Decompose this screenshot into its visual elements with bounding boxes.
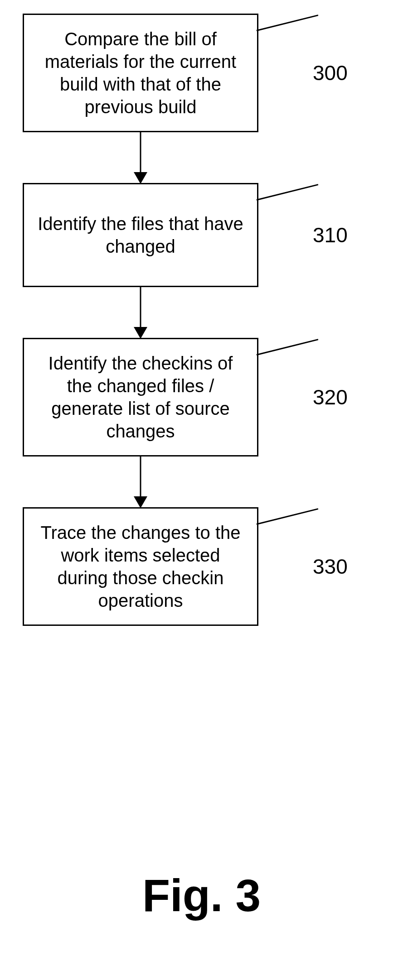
step-box-300: Compare the bill of materials for the cu… xyxy=(23,14,258,132)
leader-line xyxy=(257,14,319,31)
leader-line xyxy=(257,184,319,201)
step-label-330: 330 xyxy=(313,554,348,579)
step-box-310: Identify the files that have changed xyxy=(23,183,258,287)
leader-line xyxy=(257,508,319,525)
arrow xyxy=(23,287,258,338)
step-box-320: Identify the checkins of the changed fil… xyxy=(23,338,258,456)
step-text: Identify the files that have changed xyxy=(38,214,243,256)
arrow xyxy=(23,132,258,183)
step-row: Identify the checkins of the changed fil… xyxy=(23,338,376,456)
step-row: Identify the files that have changed 310 xyxy=(23,183,376,287)
arrow xyxy=(23,456,258,507)
step-row: Trace the changes to the work items sele… xyxy=(23,507,376,626)
step-label-300: 300 xyxy=(313,61,348,85)
step-box-330: Trace the changes to the work items sele… xyxy=(23,507,258,626)
leader-line xyxy=(257,339,319,355)
step-label-310: 310 xyxy=(313,223,348,247)
step-text: Identify the checkins of the changed fil… xyxy=(49,353,233,441)
figure-caption: Fig. 3 xyxy=(0,870,403,922)
flowchart: Compare the bill of materials for the cu… xyxy=(23,14,376,626)
step-text: Trace the changes to the work items sele… xyxy=(40,523,240,610)
step-row: Compare the bill of materials for the cu… xyxy=(23,14,376,132)
step-label-320: 320 xyxy=(313,385,348,409)
step-text: Compare the bill of materials for the cu… xyxy=(45,29,236,117)
